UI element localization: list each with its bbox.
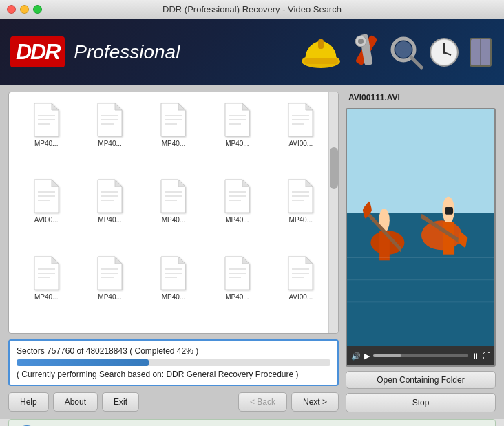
file-icon xyxy=(94,255,125,291)
preview-controls[interactable]: 🔊 ▶ ⏸ ⛶ xyxy=(347,346,494,365)
file-item[interactable]: MP40... xyxy=(78,251,141,328)
tools-icon xyxy=(347,33,385,71)
file-item[interactable]: MP40... xyxy=(78,174,141,251)
stop-button[interactable]: Stop xyxy=(346,393,496,412)
file-item[interactable]: MP40... xyxy=(142,174,205,251)
professional-logo-text: Professional xyxy=(74,41,180,63)
file-item[interactable]: MP40... xyxy=(142,98,205,174)
file-name: MP40... xyxy=(289,216,313,224)
slider-fill xyxy=(373,354,401,357)
document-icon xyxy=(94,178,125,214)
file-icon xyxy=(285,255,316,291)
file-item[interactable]: AVI00... xyxy=(269,251,333,328)
file-name: MP40... xyxy=(162,216,185,224)
svg-point-6 xyxy=(358,39,364,44)
file-item[interactable]: MP40... xyxy=(205,98,269,174)
preview-image xyxy=(347,109,494,346)
document-icon xyxy=(222,178,253,214)
file-name: MP40... xyxy=(98,293,121,301)
next-button[interactable]: Next > xyxy=(291,392,339,412)
file-name: MP40... xyxy=(34,140,58,147)
kayak-svg xyxy=(347,109,494,346)
file-name: MP40... xyxy=(225,293,249,301)
progress-bar-fill xyxy=(17,359,149,366)
preview-box: 🔊 ▶ ⏸ ⛶ xyxy=(346,108,496,367)
middle-area: MP40... MP40... xyxy=(8,92,496,412)
file-grid: MP40... MP40... xyxy=(9,92,338,333)
file-name: MP40... xyxy=(162,140,185,147)
progress-bar-container xyxy=(17,359,330,366)
svg-rect-2 xyxy=(318,39,324,49)
play-button[interactable]: ▶ xyxy=(364,352,370,361)
scrollbar-thumb[interactable] xyxy=(330,147,338,189)
file-name: AVI00... xyxy=(288,293,313,301)
about-button[interactable]: About xyxy=(53,392,98,412)
maximize-button[interactable] xyxy=(33,5,42,14)
header-icons xyxy=(299,32,497,72)
bottom-controls: Help About Exit < Back Next > xyxy=(8,392,339,412)
file-item[interactable]: MP40... xyxy=(142,251,205,328)
open-folder-button[interactable]: Open Containing Folder xyxy=(346,371,496,389)
ddr-logo-text: DDR xyxy=(10,36,65,67)
kayak-scene xyxy=(347,109,494,346)
help-button[interactable]: Help xyxy=(8,392,49,412)
document-icon xyxy=(94,255,125,291)
file-icon xyxy=(222,102,253,138)
hard-hat-icon xyxy=(299,32,344,72)
file-icon xyxy=(31,255,62,291)
file-icon xyxy=(31,178,62,214)
magnifier-icon xyxy=(388,34,424,70)
file-item[interactable]: MP40... xyxy=(14,98,78,174)
file-icon xyxy=(222,255,253,291)
file-name: MP40... xyxy=(162,293,185,301)
svg-rect-1 xyxy=(304,58,338,64)
document-icon xyxy=(94,102,125,138)
pause-button[interactable]: ⏸ xyxy=(472,352,479,360)
svg-point-14 xyxy=(443,51,445,54)
file-icon xyxy=(94,178,125,214)
file-item[interactable]: MP40... xyxy=(14,251,78,328)
svg-point-70 xyxy=(421,220,462,250)
file-name: AVI00... xyxy=(34,216,59,224)
file-icon xyxy=(158,102,189,138)
svg-rect-63 xyxy=(347,109,494,213)
file-name: MP40... xyxy=(225,216,249,224)
info-banner: To stop recovery, click on 'Stop' Button… xyxy=(8,419,496,426)
preview-filename: AVI00111.AVI xyxy=(346,92,496,104)
minimize-button[interactable] xyxy=(20,5,29,14)
file-icon xyxy=(158,255,189,291)
file-item[interactable]: MP40... xyxy=(269,174,333,251)
title-bar: DDR (Professional) Recovery - Video Sear… xyxy=(0,0,504,19)
window-controls[interactable] xyxy=(7,5,42,14)
svg-point-8 xyxy=(395,41,412,58)
progress-slider[interactable] xyxy=(373,354,468,357)
file-name: MP40... xyxy=(34,293,58,301)
back-button[interactable]: < Back xyxy=(238,392,287,412)
file-icon xyxy=(158,178,189,214)
app-logo: DDR Professional xyxy=(10,36,180,67)
file-item[interactable]: AVI00... xyxy=(14,174,78,251)
progress-text1: Sectors 757760 of 480218843 ( Completed … xyxy=(17,346,330,356)
document-icon xyxy=(285,255,316,291)
svg-line-9 xyxy=(411,57,421,67)
file-icon xyxy=(222,178,253,214)
document-icon xyxy=(285,102,316,138)
book-icon xyxy=(464,35,497,70)
exit-button[interactable]: Exit xyxy=(102,392,139,412)
file-item[interactable]: AVI00... xyxy=(269,98,333,174)
header-banner: DDR Professional xyxy=(0,19,504,85)
volume-icon[interactable]: 🔊 xyxy=(351,352,361,361)
file-icon xyxy=(285,102,316,138)
file-item[interactable]: MP40... xyxy=(205,251,269,328)
close-button[interactable] xyxy=(7,5,16,14)
document-icon xyxy=(285,178,316,214)
file-item[interactable]: MP40... xyxy=(78,98,141,174)
scrollbar-track[interactable] xyxy=(328,92,338,333)
clock-icon xyxy=(428,36,461,69)
document-icon xyxy=(222,255,253,291)
file-item[interactable]: MP40... xyxy=(205,174,269,251)
fullscreen-button[interactable]: ⛶ xyxy=(483,352,490,360)
document-icon xyxy=(158,178,189,214)
main-content: MP40... MP40... xyxy=(0,85,504,419)
window-title: DDR (Professional) Recovery - Video Sear… xyxy=(162,4,342,14)
